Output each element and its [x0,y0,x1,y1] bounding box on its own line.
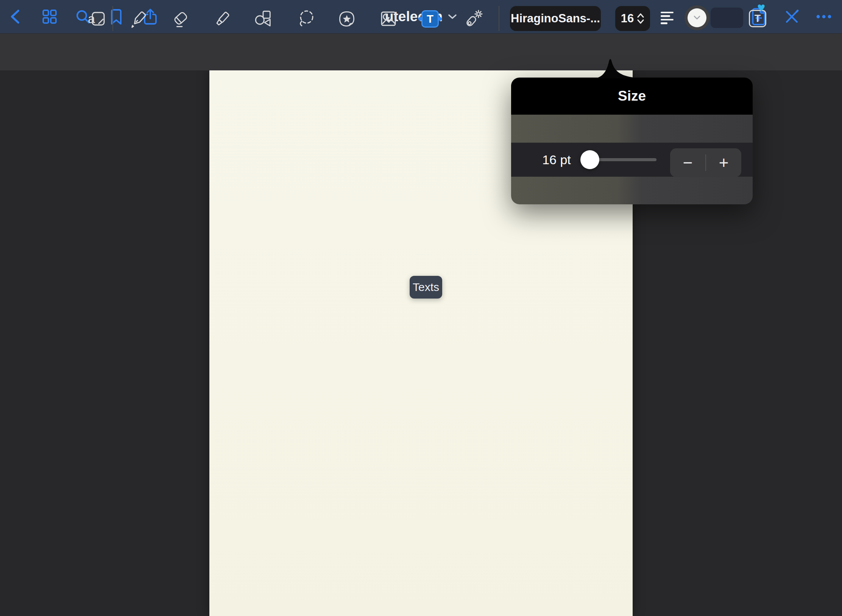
popover-title: Size [618,88,646,104]
size-row: 16 pt − + [511,143,753,177]
tool-toolbar [0,33,842,70]
font-family-label: HiraginoSans-... [511,12,600,25]
tool-scroll-zoom[interactable]: a [87,9,106,29]
crossed-pen-icon [783,8,800,25]
more-button[interactable] [815,8,833,25]
align-line [661,12,674,14]
svg-text:a: a [88,11,95,26]
align-line [661,15,670,17]
chevron-up-down-icon [637,12,644,25]
minus-icon: − [683,153,693,172]
shapes-icon [253,9,273,29]
size-slider-knob[interactable] [580,150,599,169]
size-stepper: − + [670,148,741,177]
font-size-button[interactable]: 16 [615,6,650,31]
align-line [661,22,667,24]
title-chevron-down-icon [448,14,457,19]
lasso-icon [296,9,316,29]
plus-icon: + [719,153,729,172]
current-color-swatch [688,8,706,27]
favorite-heart-icon: ♥ [757,1,765,14]
text-object-bubble[interactable]: Texts [410,276,442,299]
tool-highlighter[interactable] [212,9,232,29]
popover-arrow [594,57,644,78]
tool-eraser[interactable] [171,9,190,29]
text-color-button[interactable] [685,5,709,30]
tool-text-selected[interactable]: T [421,10,439,28]
size-popover: Size 16 pt − + [511,78,753,204]
tool-shapes[interactable] [253,9,273,29]
bookmark-button[interactable] [108,8,125,25]
text-align-button[interactable] [661,11,675,25]
ellipsis-icon [815,8,833,25]
font-size-label: 16 [621,12,634,25]
font-family-button[interactable]: HiraginoSans-... [510,6,601,31]
stop-editing-button[interactable] [783,8,800,25]
toolbar-divider [112,6,113,31]
text-tool-left-handle [418,17,422,21]
text-tool-right-handle [438,17,442,21]
tool-laser-pointer[interactable] [463,9,483,29]
size-decrease-button[interactable]: − [670,148,705,177]
tool-pen[interactable] [129,9,149,29]
popover-footer [511,177,753,204]
scroll-zoom-icon: a [87,9,106,29]
size-increase-button[interactable]: + [706,148,741,177]
bookmark-icon [108,8,124,25]
tool-stickers[interactable] [337,9,357,29]
back-button[interactable] [7,8,25,25]
size-value-label: 16 pt [535,152,578,167]
tool-lasso[interactable] [296,9,316,29]
tool-image[interactable] [379,9,398,29]
text-tool-glyph: T [427,13,433,25]
page-grid-button[interactable] [41,8,58,25]
app-screen: Texts utelecon a [0,0,842,616]
page-grid-icon [42,9,58,25]
color-chevron-down-icon [693,16,701,20]
highlighter-icon [212,9,232,29]
stickers-icon [337,8,357,30]
image-icon [379,9,398,29]
toolbar-divider [499,6,499,31]
text-object-label: Texts [413,281,439,294]
size-slider-track[interactable] [582,158,656,161]
dimmed-style-swatch[interactable] [711,8,743,28]
pen-icon [129,9,149,29]
back-chevron-icon [7,8,25,25]
laser-pointer-icon [463,8,483,30]
eraser-icon [171,9,190,29]
align-line [661,19,674,21]
popover-header: Size [511,78,753,115]
